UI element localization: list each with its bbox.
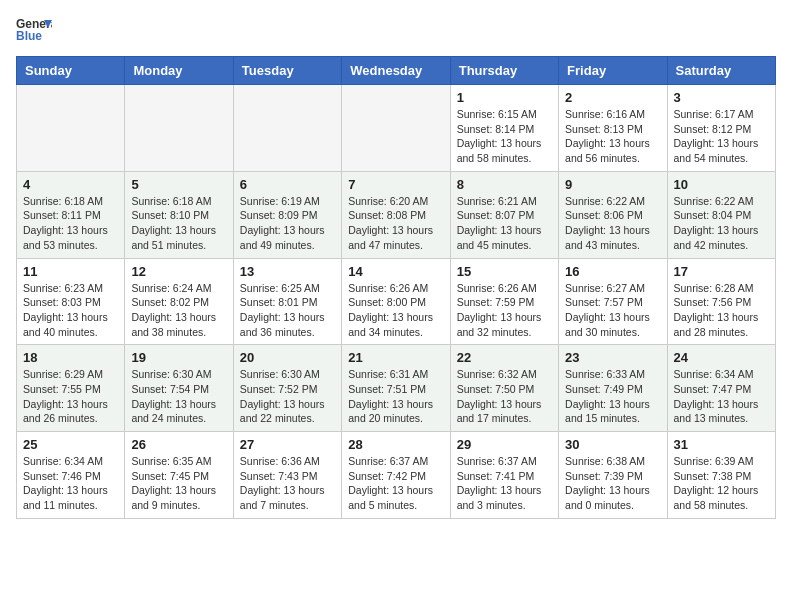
calendar-cell: 29Sunrise: 6:37 AMSunset: 7:41 PMDayligh… xyxy=(450,432,558,519)
cell-info: Sunrise: 6:18 AMSunset: 8:11 PMDaylight:… xyxy=(23,194,118,253)
cell-info: Sunrise: 6:15 AMSunset: 8:14 PMDaylight:… xyxy=(457,107,552,166)
cell-info: Sunrise: 6:35 AMSunset: 7:45 PMDaylight:… xyxy=(131,454,226,513)
cell-info: Sunrise: 6:22 AMSunset: 8:06 PMDaylight:… xyxy=(565,194,660,253)
day-number: 21 xyxy=(348,350,443,365)
calendar-cell: 21Sunrise: 6:31 AMSunset: 7:51 PMDayligh… xyxy=(342,345,450,432)
calendar-cell: 9Sunrise: 6:22 AMSunset: 8:06 PMDaylight… xyxy=(559,171,667,258)
day-number: 6 xyxy=(240,177,335,192)
calendar-cell: 31Sunrise: 6:39 AMSunset: 7:38 PMDayligh… xyxy=(667,432,775,519)
day-number: 17 xyxy=(674,264,769,279)
day-number: 28 xyxy=(348,437,443,452)
day-number: 31 xyxy=(674,437,769,452)
day-number: 18 xyxy=(23,350,118,365)
day-number: 15 xyxy=(457,264,552,279)
day-number: 9 xyxy=(565,177,660,192)
day-number: 4 xyxy=(23,177,118,192)
calendar-week-row: 18Sunrise: 6:29 AMSunset: 7:55 PMDayligh… xyxy=(17,345,776,432)
cell-info: Sunrise: 6:20 AMSunset: 8:08 PMDaylight:… xyxy=(348,194,443,253)
weekday-header-friday: Friday xyxy=(559,57,667,85)
day-number: 19 xyxy=(131,350,226,365)
calendar-cell: 19Sunrise: 6:30 AMSunset: 7:54 PMDayligh… xyxy=(125,345,233,432)
calendar-cell: 5Sunrise: 6:18 AMSunset: 8:10 PMDaylight… xyxy=(125,171,233,258)
day-number: 20 xyxy=(240,350,335,365)
logo: General Blue xyxy=(16,16,52,44)
cell-info: Sunrise: 6:24 AMSunset: 8:02 PMDaylight:… xyxy=(131,281,226,340)
calendar-cell: 16Sunrise: 6:27 AMSunset: 7:57 PMDayligh… xyxy=(559,258,667,345)
day-number: 3 xyxy=(674,90,769,105)
calendar-cell xyxy=(233,85,341,172)
calendar-cell: 15Sunrise: 6:26 AMSunset: 7:59 PMDayligh… xyxy=(450,258,558,345)
cell-info: Sunrise: 6:34 AMSunset: 7:47 PMDaylight:… xyxy=(674,367,769,426)
calendar-cell: 22Sunrise: 6:32 AMSunset: 7:50 PMDayligh… xyxy=(450,345,558,432)
day-number: 12 xyxy=(131,264,226,279)
cell-info: Sunrise: 6:17 AMSunset: 8:12 PMDaylight:… xyxy=(674,107,769,166)
cell-info: Sunrise: 6:37 AMSunset: 7:41 PMDaylight:… xyxy=(457,454,552,513)
day-number: 7 xyxy=(348,177,443,192)
cell-info: Sunrise: 6:37 AMSunset: 7:42 PMDaylight:… xyxy=(348,454,443,513)
day-number: 25 xyxy=(23,437,118,452)
cell-info: Sunrise: 6:28 AMSunset: 7:56 PMDaylight:… xyxy=(674,281,769,340)
day-number: 11 xyxy=(23,264,118,279)
weekday-header-tuesday: Tuesday xyxy=(233,57,341,85)
day-number: 8 xyxy=(457,177,552,192)
day-number: 2 xyxy=(565,90,660,105)
cell-info: Sunrise: 6:27 AMSunset: 7:57 PMDaylight:… xyxy=(565,281,660,340)
cell-info: Sunrise: 6:36 AMSunset: 7:43 PMDaylight:… xyxy=(240,454,335,513)
cell-info: Sunrise: 6:18 AMSunset: 8:10 PMDaylight:… xyxy=(131,194,226,253)
calendar-cell: 28Sunrise: 6:37 AMSunset: 7:42 PMDayligh… xyxy=(342,432,450,519)
weekday-header-thursday: Thursday xyxy=(450,57,558,85)
calendar-cell: 3Sunrise: 6:17 AMSunset: 8:12 PMDaylight… xyxy=(667,85,775,172)
calendar-table: SundayMondayTuesdayWednesdayThursdayFrid… xyxy=(16,56,776,519)
weekday-header-saturday: Saturday xyxy=(667,57,775,85)
calendar-cell: 11Sunrise: 6:23 AMSunset: 8:03 PMDayligh… xyxy=(17,258,125,345)
calendar-week-row: 25Sunrise: 6:34 AMSunset: 7:46 PMDayligh… xyxy=(17,432,776,519)
calendar-cell: 8Sunrise: 6:21 AMSunset: 8:07 PMDaylight… xyxy=(450,171,558,258)
day-number: 13 xyxy=(240,264,335,279)
cell-info: Sunrise: 6:16 AMSunset: 8:13 PMDaylight:… xyxy=(565,107,660,166)
cell-info: Sunrise: 6:21 AMSunset: 8:07 PMDaylight:… xyxy=(457,194,552,253)
calendar-cell: 6Sunrise: 6:19 AMSunset: 8:09 PMDaylight… xyxy=(233,171,341,258)
calendar-cell: 30Sunrise: 6:38 AMSunset: 7:39 PMDayligh… xyxy=(559,432,667,519)
cell-info: Sunrise: 6:34 AMSunset: 7:46 PMDaylight:… xyxy=(23,454,118,513)
day-number: 30 xyxy=(565,437,660,452)
day-number: 26 xyxy=(131,437,226,452)
cell-info: Sunrise: 6:33 AMSunset: 7:49 PMDaylight:… xyxy=(565,367,660,426)
calendar-week-row: 4Sunrise: 6:18 AMSunset: 8:11 PMDaylight… xyxy=(17,171,776,258)
calendar-cell: 27Sunrise: 6:36 AMSunset: 7:43 PMDayligh… xyxy=(233,432,341,519)
day-number: 22 xyxy=(457,350,552,365)
calendar-cell: 25Sunrise: 6:34 AMSunset: 7:46 PMDayligh… xyxy=(17,432,125,519)
calendar-cell: 13Sunrise: 6:25 AMSunset: 8:01 PMDayligh… xyxy=(233,258,341,345)
cell-info: Sunrise: 6:38 AMSunset: 7:39 PMDaylight:… xyxy=(565,454,660,513)
cell-info: Sunrise: 6:22 AMSunset: 8:04 PMDaylight:… xyxy=(674,194,769,253)
calendar-cell: 26Sunrise: 6:35 AMSunset: 7:45 PMDayligh… xyxy=(125,432,233,519)
calendar-cell: 7Sunrise: 6:20 AMSunset: 8:08 PMDaylight… xyxy=(342,171,450,258)
weekday-header-wednesday: Wednesday xyxy=(342,57,450,85)
cell-info: Sunrise: 6:19 AMSunset: 8:09 PMDaylight:… xyxy=(240,194,335,253)
cell-info: Sunrise: 6:30 AMSunset: 7:54 PMDaylight:… xyxy=(131,367,226,426)
calendar-cell: 10Sunrise: 6:22 AMSunset: 8:04 PMDayligh… xyxy=(667,171,775,258)
calendar-week-row: 11Sunrise: 6:23 AMSunset: 8:03 PMDayligh… xyxy=(17,258,776,345)
weekday-header-row: SundayMondayTuesdayWednesdayThursdayFrid… xyxy=(17,57,776,85)
cell-info: Sunrise: 6:30 AMSunset: 7:52 PMDaylight:… xyxy=(240,367,335,426)
calendar-cell: 14Sunrise: 6:26 AMSunset: 8:00 PMDayligh… xyxy=(342,258,450,345)
cell-info: Sunrise: 6:26 AMSunset: 7:59 PMDaylight:… xyxy=(457,281,552,340)
calendar-cell xyxy=(17,85,125,172)
page-container: General Blue SundayMondayTuesdayWednesda… xyxy=(16,16,776,519)
cell-info: Sunrise: 6:32 AMSunset: 7:50 PMDaylight:… xyxy=(457,367,552,426)
day-number: 29 xyxy=(457,437,552,452)
calendar-cell: 12Sunrise: 6:24 AMSunset: 8:02 PMDayligh… xyxy=(125,258,233,345)
calendar-cell: 18Sunrise: 6:29 AMSunset: 7:55 PMDayligh… xyxy=(17,345,125,432)
cell-info: Sunrise: 6:25 AMSunset: 8:01 PMDaylight:… xyxy=(240,281,335,340)
day-number: 14 xyxy=(348,264,443,279)
calendar-cell: 1Sunrise: 6:15 AMSunset: 8:14 PMDaylight… xyxy=(450,85,558,172)
day-number: 16 xyxy=(565,264,660,279)
weekday-header-sunday: Sunday xyxy=(17,57,125,85)
day-number: 1 xyxy=(457,90,552,105)
day-number: 5 xyxy=(131,177,226,192)
svg-text:Blue: Blue xyxy=(16,29,42,43)
cell-info: Sunrise: 6:31 AMSunset: 7:51 PMDaylight:… xyxy=(348,367,443,426)
calendar-cell: 23Sunrise: 6:33 AMSunset: 7:49 PMDayligh… xyxy=(559,345,667,432)
calendar-cell: 4Sunrise: 6:18 AMSunset: 8:11 PMDaylight… xyxy=(17,171,125,258)
day-number: 24 xyxy=(674,350,769,365)
weekday-header-monday: Monday xyxy=(125,57,233,85)
